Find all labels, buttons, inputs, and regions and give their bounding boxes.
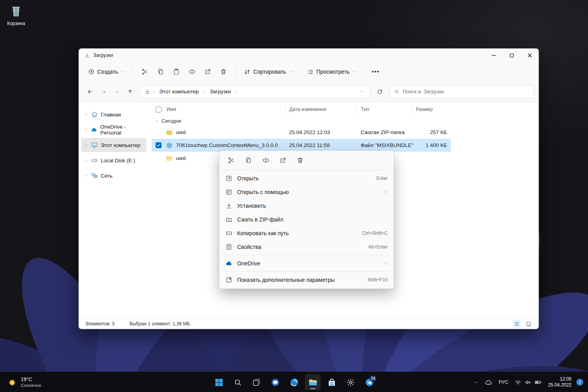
delete-button[interactable] bbox=[216, 65, 231, 79]
folder-icon bbox=[166, 155, 173, 162]
command-bar: Создать Сортировать Просмотр bbox=[79, 62, 539, 82]
address-dropdown-button[interactable] bbox=[356, 86, 367, 97]
large-icons-view-button[interactable] bbox=[524, 320, 532, 328]
back-button[interactable] bbox=[83, 85, 97, 98]
sidebar-item-home[interactable]: Главная bbox=[81, 107, 146, 122]
chevron-down-icon bbox=[155, 119, 159, 123]
language-indicator[interactable]: РУС bbox=[496, 374, 511, 390]
share-button[interactable] bbox=[200, 65, 215, 79]
cut-button[interactable] bbox=[138, 65, 152, 79]
file-type: Сжатая ZIP-папка bbox=[357, 129, 412, 135]
forward-button[interactable] bbox=[97, 85, 110, 98]
chat-button[interactable] bbox=[267, 374, 283, 390]
menu-divider bbox=[222, 170, 391, 170]
menu-item-copy-as-path[interactable]: Копировать как путь Ctrl+Shift+C bbox=[221, 226, 392, 240]
recycle-bin-label: Корзина bbox=[5, 21, 27, 26]
file-explorer-icon bbox=[308, 377, 318, 387]
menu-item-label: Копировать как путь bbox=[237, 230, 358, 236]
create-label: Создать bbox=[97, 69, 118, 75]
column-header-name[interactable]: Имя bbox=[165, 103, 285, 115]
maximize-button[interactable] bbox=[503, 49, 521, 62]
hidden-icons-button[interactable] bbox=[471, 374, 481, 390]
rename-button[interactable] bbox=[185, 65, 200, 79]
search-icon bbox=[233, 378, 242, 387]
menu-item-open-with[interactable]: Открыть с помощью bbox=[221, 185, 392, 199]
breadcrumb-bar[interactable]: Этот компьютер Загрузки bbox=[140, 85, 370, 98]
row-checkbox-checked[interactable] bbox=[156, 142, 162, 148]
messenger-badge: 24 bbox=[369, 375, 377, 382]
breadcrumb-this-pc[interactable]: Этот компьютер bbox=[156, 86, 202, 97]
file-name: uwd bbox=[176, 129, 186, 135]
column-header-date[interactable]: Дата изменения bbox=[285, 103, 357, 115]
view-button[interactable]: Просмотреть bbox=[303, 65, 360, 79]
menu-item-open[interactable]: Открыть Enter bbox=[221, 171, 392, 185]
file-explorer-button[interactable] bbox=[305, 374, 321, 390]
check-icon bbox=[156, 143, 161, 147]
zip-icon bbox=[225, 216, 232, 223]
quick-settings-button[interactable] bbox=[512, 374, 544, 390]
weather-widget[interactable]: 19°C Солнечно bbox=[3, 372, 45, 392]
onedrive-tray-button[interactable] bbox=[482, 374, 495, 390]
cut-icon bbox=[142, 68, 149, 75]
plus-icon bbox=[88, 69, 94, 75]
sidebar-item-onedrive[interactable]: OneDrive - Personal bbox=[81, 123, 146, 137]
search-button[interactable] bbox=[230, 374, 245, 390]
delete-button[interactable] bbox=[293, 154, 308, 167]
sort-label: Сортировать bbox=[253, 69, 286, 75]
select-all-checkbox[interactable] bbox=[156, 107, 162, 113]
task-view-button[interactable] bbox=[249, 374, 264, 390]
paste-button[interactable] bbox=[169, 65, 184, 79]
rename-button[interactable] bbox=[258, 154, 273, 167]
search-box[interactable] bbox=[390, 85, 534, 98]
menu-item-compress-zip[interactable]: Сжать в ZIP-файл bbox=[221, 212, 392, 226]
messenger-button[interactable]: 24 bbox=[361, 374, 377, 390]
file-row-msixbundle-selected[interactable]: 7061touchwp.CustomContextMenu_3.0.0.0 25… bbox=[152, 139, 451, 152]
microsoft-store-button[interactable] bbox=[324, 374, 339, 390]
close-button[interactable] bbox=[521, 49, 539, 62]
sidebar-item-network[interactable]: Сеть bbox=[81, 169, 146, 183]
items-count: Элементов: 3 bbox=[85, 321, 114, 327]
zip-folder-icon bbox=[166, 129, 173, 136]
explorer-window: Загрузки Создать bbox=[78, 48, 539, 329]
menu-item-properties[interactable]: Свойства Alt+Enter bbox=[221, 240, 392, 254]
file-name: 7061touchwp.CustomContextMenu_3.0.0.0 bbox=[176, 142, 278, 148]
more-options-button[interactable]: ••• bbox=[368, 65, 383, 79]
delete-icon bbox=[220, 68, 227, 75]
recycle-bin[interactable]: Корзина bbox=[5, 2, 27, 26]
view-icon bbox=[307, 69, 314, 75]
search-input[interactable] bbox=[403, 89, 530, 94]
create-button[interactable]: Создать bbox=[84, 65, 129, 79]
taskbar: 19°C Солнечно 24 bbox=[0, 372, 588, 392]
sort-button[interactable]: Сортировать bbox=[240, 65, 297, 79]
edge-button[interactable] bbox=[286, 374, 302, 390]
copy-button[interactable] bbox=[241, 154, 256, 167]
cut-button[interactable] bbox=[224, 154, 239, 167]
file-name: uwd bbox=[176, 155, 186, 161]
column-header-type[interactable]: Тип bbox=[357, 103, 412, 115]
refresh-button[interactable] bbox=[373, 85, 387, 98]
minimize-button[interactable] bbox=[485, 49, 503, 62]
notification-badge[interactable]: 2 bbox=[576, 379, 583, 386]
sidebar-item-local-disk-e[interactable]: Local Disk (E:) bbox=[81, 153, 146, 167]
open-icon bbox=[225, 175, 232, 182]
column-header-size[interactable]: Размер bbox=[412, 103, 451, 115]
sidebar-item-this-pc[interactable]: Этот компьютер bbox=[81, 138, 146, 152]
start-button[interactable] bbox=[211, 374, 227, 390]
window-controls bbox=[485, 49, 539, 62]
file-row-uwd-zip[interactable]: uwd 25.04.2022 12:03 Сжатая ZIP-папка 25… bbox=[152, 126, 451, 139]
breadcrumb-downloads[interactable]: Загрузки bbox=[207, 86, 234, 97]
language-label: РУС bbox=[499, 379, 508, 385]
menu-item-onedrive[interactable]: OneDrive bbox=[221, 256, 392, 270]
copy-button[interactable] bbox=[153, 65, 168, 79]
share-button[interactable] bbox=[276, 154, 290, 167]
recent-locations-button[interactable] bbox=[110, 85, 123, 98]
clock[interactable]: 12:05 25.04.2022 bbox=[545, 376, 575, 388]
menu-item-show-more-options[interactable]: Показать дополнительные параметры Shift+… bbox=[221, 273, 392, 287]
group-header-today[interactable]: Сегодня bbox=[152, 115, 539, 126]
up-button[interactable] bbox=[123, 85, 137, 98]
menu-item-install[interactable]: Установить bbox=[221, 199, 392, 212]
details-view-button[interactable] bbox=[513, 320, 521, 328]
cloud-icon bbox=[485, 379, 492, 386]
address-bar: Этот компьютер Загрузки bbox=[79, 82, 539, 102]
settings-button[interactable] bbox=[343, 374, 358, 390]
